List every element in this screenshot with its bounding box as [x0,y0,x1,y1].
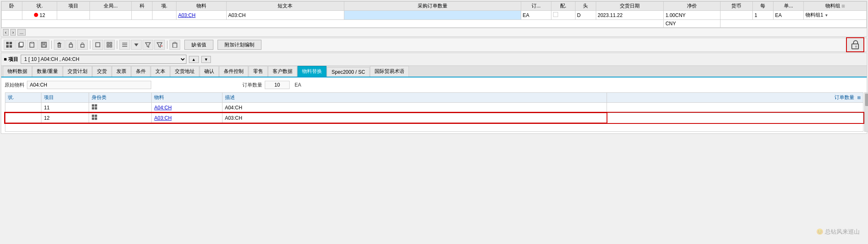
svg-rect-34 [92,104,94,106]
row1-order-qty [607,103,863,113]
tab-conditions[interactable]: 条件 [131,66,150,77]
toolbar-btn-filter2[interactable] [154,40,165,50]
col-header-unit: 单... [773,2,803,11]
svg-rect-0 [6,42,9,44]
row1-description: A04:CH [222,103,607,113]
prev-button[interactable]: ‹ [3,29,9,36]
order-qty-unit: EA [295,82,301,88]
row-material[interactable]: A03:CH [176,11,226,20]
tab-condition-ctrl[interactable]: 条件控制 [219,66,248,77]
toolbar-btn-box[interactable] [92,40,103,50]
row-per: 1 [753,11,774,20]
col-header-net-price: 净价 [664,2,721,11]
toolbar-btn-clipboard[interactable] [169,40,180,50]
more-button[interactable]: ... [17,29,25,36]
toolbar-btn-filter[interactable] [143,40,153,50]
grid-icon [106,42,112,48]
svg-rect-2 [6,45,9,48]
scroll-thumb [865,94,868,106]
tab-material-replace[interactable]: 物料替换 [297,66,326,77]
separator-4 [167,41,167,49]
top-table-section: 卧 状. 项目 全局... 科 项. 物料 短文本 采购订单数量 订... 配.… [1,1,867,37]
toolbar-btn-copy[interactable] [15,40,26,50]
grid-small-icon [92,104,97,110]
svg-rect-29 [173,43,177,48]
tab-qty-weight[interactable]: 数量/重量 [32,66,63,77]
toolbar-btn-1[interactable] [4,40,15,50]
sort-down-icon [133,42,139,48]
toolbar-btn-paste[interactable] [27,40,38,50]
project-down-button[interactable]: ▼ [201,56,211,63]
row2-order-qty [607,113,863,123]
tab-intl-trade[interactable]: 国际贸易术语 [370,66,409,77]
tab-customer[interactable]: 客户数据 [268,66,297,77]
th-status: 状. [5,93,41,103]
svg-rect-35 [95,104,97,106]
tab-material-data[interactable]: 物料数据 [3,66,32,77]
row1-id-type [89,103,152,113]
toolbar-btn-list[interactable] [119,40,130,50]
vertical-scrollbar[interactable] [864,92,868,132]
col-header-status: 状. [22,2,57,11]
col-header-global: 全局... [89,2,132,11]
toolbar-btn-sort-down[interactable] [131,40,142,50]
replacement-table-wrapper: 状. 项目 身份类 物料 描述 订单数量 ⊞ [5,92,863,132]
paste-icon [29,42,35,48]
th-order-qty: 订单数量 ⊞ [607,93,863,103]
toolbar-lock-large-button[interactable] [846,37,864,52]
svg-rect-36 [92,107,94,109]
svg-rect-5 [19,42,23,46]
purchase-order-table: 卧 状. 项目 全局... 科 项. 物料 短文本 采购订单数量 订... 配.… [1,1,867,28]
col-header-currency: 货币 [720,2,752,11]
svg-rect-30 [174,42,176,43]
col-header-material-group: 物料组 ⊞ [804,2,867,11]
tab-delivery[interactable]: 交货 [92,66,111,77]
tab-confirm[interactable]: 确认 [200,66,219,77]
default-val-button[interactable]: 缺省值 [184,40,213,50]
row2-status [5,113,41,123]
toolbar-btn-lock[interactable] [65,40,76,50]
svg-rect-18 [107,42,109,44]
tab-invoice[interactable]: 发票 [112,66,131,77]
tab-text[interactable]: 文本 [151,66,170,77]
col-header-order: 订... [521,2,551,11]
replacement-row-2[interactable]: 12 A03:CH A03:CH [5,113,863,123]
project-section: ■ 项目 1 [ 10 ] A04:CH , A04:CH ▲ ▼ 物料数据 数… [1,53,867,134]
layout-icon [6,42,12,48]
separator-1 [51,41,52,49]
row-ke [132,11,152,20]
toolbar-btn-grid[interactable] [104,40,115,50]
row1-material[interactable]: A04:CH [152,103,222,113]
svg-rect-10 [42,45,46,47]
tab-retail[interactable]: 零售 [249,66,268,77]
tabs-row: 物料数据 数量/重量 交货计划 交货 发票 条件 文本 交货地址 确认 条件控制… [1,66,867,77]
replacement-header: 原始物料 A04:CH 订单数量 10 EA [5,81,863,89]
col-header-flag: 卧 [2,2,22,11]
row-item [57,11,89,20]
tab-delivery-plan[interactable]: 交货计划 [63,66,92,77]
col-header-per: 每 [753,2,774,11]
row1-status [5,103,41,113]
row-head: D [575,11,596,20]
row2-material[interactable]: A03:CH [152,113,222,123]
table-row[interactable]: 12 A03:CH A03:CH EA D 2023.11.22 1.00CNY… [2,11,867,20]
clipboard-icon [172,42,178,48]
toolbar-btn-save[interactable] [39,40,49,50]
tab-delivery-addr[interactable]: 交货地址 [170,66,199,77]
toolbar-btn-delete[interactable] [54,40,65,50]
project-select[interactable]: 1 [ 10 ] A04:CH , A04:CH [21,55,186,64]
toolbar-btn-unlock[interactable] [77,40,88,50]
replacement-row-1[interactable]: 11 A04:CH A04:CH [5,103,863,113]
row-match [551,11,575,20]
material-replacement-content: 原始物料 A04:CH 订单数量 10 EA 状. 项目 身份类 物料 描述 [1,77,867,133]
next-button[interactable]: › [10,29,16,36]
tab-spec2000[interactable]: Spec2000 / SC [327,67,370,77]
row-short-text: A03:CH [226,11,344,20]
svg-marker-25 [134,43,138,46]
plan-button[interactable]: 附加计划编制 [218,40,261,50]
svg-point-32 [855,46,857,47]
row2-item: 12 [41,113,89,123]
project-up-button[interactable]: ▲ [189,56,199,63]
row-currency [720,11,752,20]
row-item2 [152,11,177,20]
